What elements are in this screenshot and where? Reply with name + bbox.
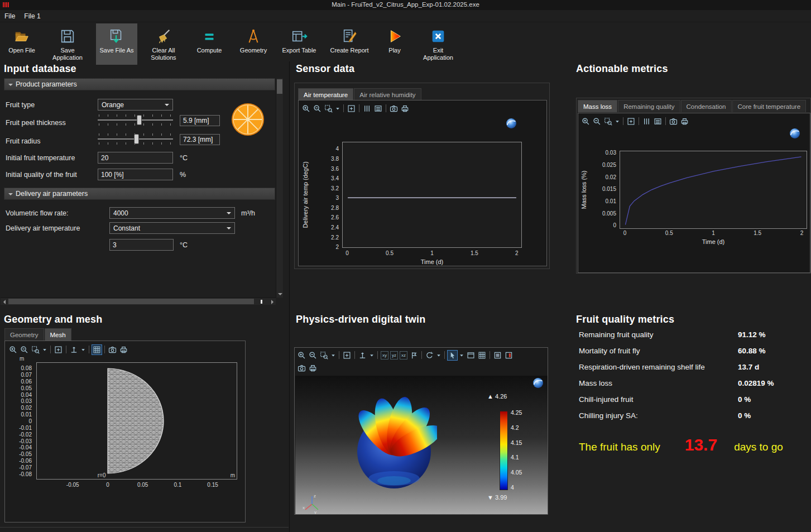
vertical-scrollbar[interactable] [276, 78, 283, 298]
bars-icon[interactable] [362, 104, 372, 113]
tab-mass-loss[interactable]: Mass loss [578, 100, 617, 112]
scroll-down-arrow[interactable] [276, 290, 284, 298]
axis-icon[interactable] [69, 345, 79, 354]
panel-red-icon[interactable] [504, 351, 514, 360]
delivery-air-temp-dropdown[interactable]: Constant [109, 222, 235, 234]
fruit-radius-slider[interactable] [98, 132, 173, 146]
menu-file[interactable]: File [4, 12, 15, 20]
save-file-as-button[interactable]: Save File As [96, 23, 137, 65]
tab-mesh[interactable]: Mesh [45, 328, 71, 341]
sensor-plot-area[interactable] [342, 142, 522, 248]
zoom-box-icon[interactable] [603, 117, 613, 126]
camera-icon[interactable] [669, 117, 678, 126]
geometry-button[interactable]: Geometry [236, 23, 271, 65]
legend-icon[interactable] [373, 104, 383, 113]
mass-loss-plot-area[interactable] [620, 151, 807, 229]
quality-label: Mass loss [579, 379, 738, 387]
clear-all-solutions-button[interactable]: Clear All Solutions [144, 23, 183, 65]
printer-icon[interactable] [308, 363, 318, 373]
setpoint-input[interactable]: 3 [109, 239, 174, 251]
scroll-left-arrow[interactable] [1, 298, 8, 305]
extents-icon[interactable] [626, 117, 636, 126]
peel-thickness-value[interactable]: 5.9 [mm] [180, 115, 220, 126]
fruit-radius-slider-thumb[interactable] [134, 134, 139, 144]
initial-quality-input[interactable]: 100 [%] [98, 169, 173, 180]
delivery-air-header[interactable]: Delivery air parameters [4, 188, 275, 200]
horizontal-scrollbar[interactable] [1, 298, 276, 305]
tab-remaining-quality[interactable]: Remaining quality [618, 100, 680, 112]
camera-icon[interactable] [297, 363, 306, 373]
fruit-3d-model[interactable] [351, 396, 437, 492]
printer-icon[interactable] [119, 345, 128, 354]
exit-application-button[interactable]: Exit Application [418, 23, 459, 65]
window-icon[interactable] [466, 351, 476, 360]
printer-icon[interactable] [400, 104, 410, 113]
zoom-in-icon[interactable] [581, 117, 591, 126]
axis-icon[interactable] [358, 351, 367, 360]
extents-icon[interactable] [54, 345, 63, 354]
bars-icon[interactable] [642, 117, 651, 126]
compute-button[interactable]: Compute [190, 23, 229, 65]
view-yz-icon[interactable]: yz [390, 351, 398, 360]
play-label: Play [388, 47, 400, 54]
flow-rate-dropdown[interactable]: 4000 [109, 207, 235, 219]
initial-temp-input[interactable]: 20 [98, 152, 173, 164]
zoom-out-icon[interactable] [592, 117, 602, 126]
grid-icon[interactable] [477, 351, 487, 360]
zoom-out-icon[interactable] [313, 104, 322, 113]
printer-icon[interactable] [680, 117, 689, 126]
fruit-radius-value[interactable]: 72.3 [mm] [180, 134, 220, 145]
zoom-box-icon[interactable] [319, 351, 329, 360]
caret-icon[interactable] [335, 104, 340, 113]
zoom-in-icon[interactable] [8, 345, 18, 354]
export-table-button[interactable]: Export Table [278, 23, 320, 65]
toggle-icon[interactable] [493, 351, 502, 360]
grid-icon[interactable] [92, 345, 102, 354]
peel-thickness-slider-thumb[interactable] [137, 115, 142, 125]
extents-icon[interactable] [347, 104, 356, 113]
extents-icon[interactable] [342, 351, 352, 360]
legend-icon[interactable] [653, 117, 663, 126]
actionable-metrics-title: Actionable metrics [576, 63, 668, 75]
zoom-out-icon[interactable] [308, 351, 318, 360]
caret-icon[interactable] [459, 351, 464, 360]
camera-icon[interactable] [389, 104, 399, 113]
vertical-scrollbar-thumb[interactable] [277, 79, 282, 94]
caret-icon[interactable] [436, 351, 442, 360]
view-xy-icon[interactable]: xy [381, 351, 388, 360]
create-report-label: Create Report [330, 47, 368, 54]
zoom-box-icon[interactable] [324, 104, 333, 113]
caret-icon[interactable] [80, 345, 86, 354]
scroll-right-arrow[interactable] [268, 298, 276, 305]
zoom-box-icon[interactable] [31, 345, 40, 354]
caret-icon[interactable] [615, 117, 620, 126]
tab-air-relative-humidity[interactable]: Air relative humidity [354, 88, 421, 100]
tab-air-temperature[interactable]: Air temperature [298, 88, 353, 100]
open-file-button[interactable]: Open File [4, 23, 39, 65]
create-report-button[interactable]: Create Report [327, 23, 372, 65]
zoom-in-icon[interactable] [297, 351, 306, 360]
caret-icon[interactable] [42, 345, 47, 354]
rotate-icon[interactable] [425, 351, 434, 360]
camera-icon[interactable] [108, 345, 117, 354]
tab-condensation[interactable]: Condensation [681, 100, 732, 112]
menu-file-1[interactable]: File 1 [24, 12, 40, 20]
zoom-out-icon[interactable] [20, 345, 29, 354]
mirror-icon[interactable] [409, 351, 419, 360]
view-xz-icon[interactable]: xz [400, 351, 407, 360]
colorbar-labels: 4.254.24.154.14.054 [511, 409, 522, 491]
product-parameters-header[interactable]: Product parameters [4, 78, 275, 90]
horizontal-scrollbar-thumb[interactable] [8, 299, 254, 304]
caret-icon[interactable] [330, 351, 336, 360]
fruit-type-dropdown[interactable]: Orange [98, 99, 173, 111]
mesh-plot-area[interactable]: r=0 m [36, 362, 237, 480]
zoom-in-icon[interactable] [301, 104, 311, 113]
select-icon[interactable] [448, 351, 457, 360]
play-button[interactable]: Play [378, 23, 411, 65]
caret-icon[interactable] [369, 351, 375, 360]
save-application-button[interactable]: Save Application [46, 23, 89, 65]
peel-thickness-slider[interactable] [98, 113, 173, 127]
tab-geometry[interactable]: Geometry [4, 328, 44, 341]
tab-core-fruit-temperature[interactable]: Core fruit temperature [732, 100, 807, 112]
twin-canvas[interactable]: ▲ 4.26 4.254.24.154.14.054 ▼ 3.99 x y z [295, 376, 548, 514]
